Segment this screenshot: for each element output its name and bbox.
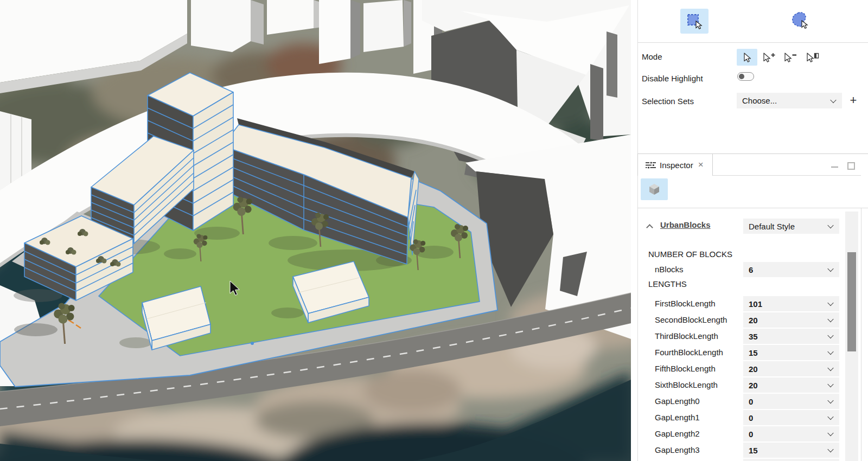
- inspector-sliders-icon: [646, 161, 656, 169]
- param-value: 0: [749, 430, 753, 439]
- param-label: GapLength1: [655, 410, 700, 425]
- param-value: 0: [749, 413, 753, 422]
- right-panel: Mode Disable Highlight: [631, 0, 868, 461]
- param-dropdown-nBlocks[interactable]: 6: [743, 262, 839, 277]
- chevron-down-icon: [827, 446, 833, 452]
- toggle-knob: [739, 74, 744, 79]
- param-dropdown-GapLength3[interactable]: 15: [743, 443, 839, 458]
- viewport-3d[interactable]: [0, 0, 631, 461]
- app-window: Mode Disable Highlight: [0, 0, 868, 461]
- selection-vertex[interactable]: [251, 342, 254, 345]
- inspector-tab-title: Inspector: [660, 161, 693, 170]
- rectangle-select-tool-button[interactable]: [680, 9, 709, 34]
- param-dropdown-SecondBlockLength[interactable]: 20: [743, 312, 839, 328]
- section-header: LENGTHS: [648, 279, 687, 290]
- style-value: Default Style: [749, 222, 795, 231]
- chevron-down-icon: [827, 300, 833, 306]
- scrollbar-thumb[interactable]: [847, 252, 856, 351]
- mode-add-to-selection-button[interactable]: [759, 49, 780, 66]
- mode-label: Mode: [642, 52, 662, 61]
- lasso-select-tool-button[interactable]: [787, 10, 810, 33]
- param-value: 20: [749, 381, 758, 390]
- param-label: GapLength0: [655, 394, 700, 409]
- param-value: 20: [749, 364, 758, 374]
- mode-new-selection-button[interactable]: [737, 49, 757, 66]
- chevron-down-icon: [827, 316, 833, 322]
- inspector-right-border: [861, 208, 861, 461]
- selection-sets-label: Selection Sets: [642, 97, 694, 106]
- tab-inspector[interactable]: Inspector ×: [637, 153, 713, 176]
- add-selection-set-button[interactable]: +: [847, 93, 859, 107]
- param-label: nBlocks: [655, 262, 684, 277]
- chevron-down-icon: [827, 414, 833, 420]
- tab-strip-border: [713, 175, 861, 176]
- param-label: GapLength3: [655, 443, 700, 458]
- cursor-plus-icon: [762, 53, 776, 62]
- param-label: GapLength2: [655, 426, 700, 441]
- param-value: 15: [749, 348, 758, 357]
- chevron-down-icon: [827, 266, 833, 272]
- mode-remove-from-selection-button[interactable]: [780, 49, 801, 66]
- param-label: SixthBlockLength: [655, 377, 718, 393]
- param-dropdown-FifthBlockLength[interactable]: 20: [743, 361, 839, 376]
- selection-sets-dropdown[interactable]: Choose...: [737, 93, 842, 108]
- cursor-icon: [742, 53, 752, 62]
- chevron-down-icon: [827, 349, 833, 355]
- object-title-link[interactable]: UrbanBlocks: [660, 220, 711, 232]
- chevron-down-icon: [830, 97, 836, 103]
- param-label: FirstBlockLength: [655, 296, 716, 311]
- scene-3d[interactable]: [0, 0, 631, 461]
- panel-divider: [637, 0, 638, 461]
- maximize-button[interactable]: [847, 162, 855, 170]
- cursor-minus-icon: [783, 53, 797, 62]
- param-value: 101: [749, 299, 762, 309]
- inspector-divider: [637, 208, 868, 208]
- param-label: FifthBlockLength: [655, 361, 716, 376]
- shape-filter-button[interactable]: [641, 178, 668, 200]
- param-dropdown-GapLength2[interactable]: 0: [743, 426, 839, 441]
- mode-select-subset-button[interactable]: [802, 49, 823, 66]
- chevron-down-icon: [827, 430, 833, 436]
- disable-highlight-toggle[interactable]: [737, 72, 754, 81]
- param-dropdown-partial[interactable]: [743, 459, 839, 461]
- close-icon[interactable]: ×: [698, 159, 704, 170]
- param-value: 6: [749, 265, 753, 274]
- cursor-subset-icon: [806, 53, 820, 62]
- chevron-down-icon: [827, 365, 833, 371]
- lasso-select-icon: [788, 11, 809, 31]
- param-dropdown-FirstBlockLength[interactable]: 101: [743, 296, 839, 311]
- param-label: SecondBlockLength: [655, 312, 727, 328]
- cube-icon: [647, 182, 661, 196]
- param-value: 20: [749, 316, 758, 325]
- chevron-down-icon: [827, 222, 833, 228]
- selection-sets-value: Choose...: [742, 96, 777, 105]
- chevron-down-icon: [827, 332, 833, 338]
- chevron-up-icon[interactable]: [646, 224, 653, 231]
- param-dropdown-FourthBlockLength[interactable]: 15: [743, 345, 839, 360]
- param-value: 0: [749, 397, 753, 406]
- chevron-down-icon: [827, 381, 833, 387]
- disable-highlight-label: Disable Highlight: [642, 74, 703, 83]
- rectangle-select-icon: [685, 12, 704, 30]
- param-dropdown-GapLength0[interactable]: 0: [743, 394, 839, 409]
- section-divider: [638, 42, 868, 43]
- chevron-down-icon: [827, 398, 833, 404]
- param-value: 35: [749, 332, 758, 341]
- param-dropdown-ThirdBlockLength[interactable]: 35: [743, 329, 839, 344]
- param-value: 15: [749, 446, 758, 455]
- param-label: ThirdBlockLength: [655, 329, 718, 344]
- param-dropdown-GapLength1[interactable]: 0: [743, 410, 839, 425]
- param-label: FourthBlockLength: [655, 345, 723, 360]
- style-dropdown[interactable]: Default Style: [743, 219, 839, 234]
- minimize-button[interactable]: [829, 161, 840, 171]
- section-header: NUMBER OF BLOCKS: [648, 249, 732, 260]
- param-dropdown-SixthBlockLength[interactable]: 20: [743, 377, 839, 393]
